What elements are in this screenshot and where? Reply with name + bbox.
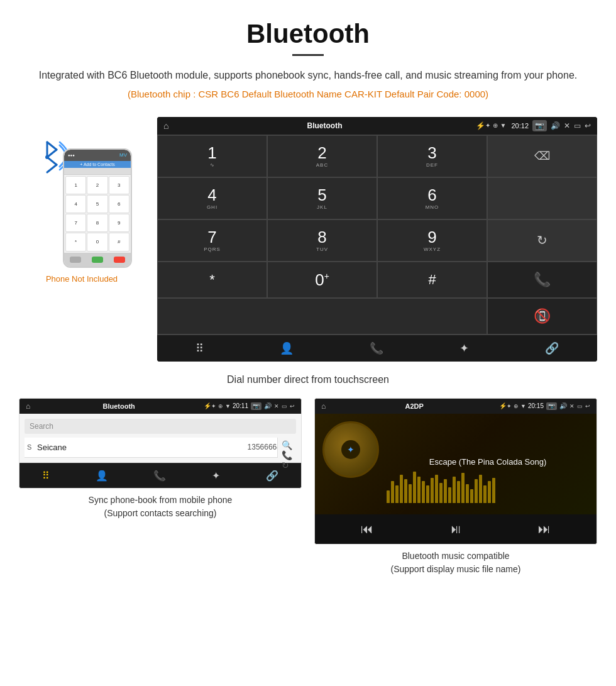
phonebook-search-bar[interactable]: Search bbox=[25, 419, 296, 434]
pb-time: 20:11 bbox=[233, 402, 248, 409]
dial-key-hash[interactable]: # bbox=[377, 262, 487, 298]
music-home-icon[interactable]: ⌂ bbox=[321, 402, 326, 411]
next-button[interactable]: ⏭ bbox=[538, 522, 551, 536]
keypad-nav-icon[interactable]: ⠿ bbox=[195, 341, 204, 355]
pb-vol-icon[interactable]: 🔊 bbox=[264, 402, 272, 409]
pb-bt-icon: ✦ bbox=[211, 403, 216, 409]
usb-icon: ⚡ bbox=[476, 121, 485, 130]
pb-cam-icon[interactable]: 📷 bbox=[251, 402, 261, 410]
location-icon: ⊕ bbox=[493, 122, 498, 129]
page-header: Bluetooth Integrated with BC6 Bluetooth … bbox=[0, 0, 616, 117]
pb-bluetooth-icon[interactable]: ✦ bbox=[212, 470, 220, 482]
music-controls: ⏮ ⏯ ⏭ bbox=[315, 514, 597, 544]
dial-key-4[interactable]: 4 GHI bbox=[157, 177, 267, 219]
page-description: Integrated with BC6 Bluetooth module, su… bbox=[38, 67, 578, 84]
song-title: Escape (The Pina Colada Song) bbox=[387, 457, 589, 467]
music-time: 20:15 bbox=[528, 402, 544, 409]
svg-line-3 bbox=[47, 165, 57, 172]
pb-loc-icon: ⊕ bbox=[218, 403, 223, 409]
dial-key-star[interactable]: * bbox=[157, 262, 267, 298]
dial-key-9[interactable]: 9 WXYZ bbox=[377, 219, 487, 262]
pb-title: Bluetooth bbox=[34, 402, 204, 410]
dial-status-bar: ⌂ Bluetooth ⚡ ✦ ⊕ ▼ 20:12 📷 🔊 ✕ ▭ ↩ bbox=[157, 117, 597, 135]
music-screen: ⌂ A2DP ⚡ ✦ ⊕ ▼ 20:15 📷 🔊 ✕ ▭ ↩ bbox=[314, 398, 597, 545]
bluetooth-nav-icon[interactable]: ✦ bbox=[459, 341, 469, 355]
music-content: ✦ Escape (The Pina Colada Song) bbox=[315, 414, 597, 514]
bluetooth-status-icon: ✦ bbox=[485, 122, 490, 129]
play-pause-button[interactable]: ⏯ bbox=[449, 522, 462, 536]
dial-end-button[interactable]: 📵 bbox=[487, 298, 597, 335]
svg-point-5 bbox=[45, 155, 49, 159]
music-section: ⌂ A2DP ⚡ ✦ ⊕ ▼ 20:15 📷 🔊 ✕ ▭ ↩ bbox=[314, 398, 597, 576]
title-divider bbox=[292, 54, 324, 56]
dial-call-button[interactable]: 📞 bbox=[487, 262, 597, 298]
camera-icon[interactable]: 📷 bbox=[532, 120, 547, 131]
pb-home-icon[interactable]: ⌂ bbox=[26, 402, 30, 411]
dial-key-6[interactable]: 6 MNO bbox=[377, 177, 487, 219]
music-back-icon[interactable]: ↩ bbox=[585, 403, 590, 409]
svg-line-0 bbox=[47, 142, 57, 150]
dial-key-5[interactable]: 5 JKL bbox=[267, 177, 377, 219]
music-info: Escape (The Pina Colada Song) bbox=[387, 421, 589, 507]
contact-letter: S bbox=[27, 443, 37, 451]
phone-nav-icon[interactable]: 📞 bbox=[370, 341, 383, 355]
dial-refresh[interactable]: ↻ bbox=[487, 219, 597, 262]
phone-side-icon[interactable]: 📞 bbox=[282, 450, 292, 460]
pb-close-icon[interactable]: ✕ bbox=[274, 403, 279, 409]
phonebook-bottom-nav: ⠿ 👤 📞 ✦ 🔗 bbox=[19, 463, 301, 488]
pb-keypad-icon[interactable]: ⠿ bbox=[42, 470, 50, 482]
page-title: Bluetooth bbox=[38, 19, 578, 49]
dial-screen-wrapper: ⌂ Bluetooth ⚡ ✦ ⊕ ▼ 20:12 📷 🔊 ✕ ▭ ↩ bbox=[157, 117, 597, 362]
contacts-nav-icon[interactable]: 👤 bbox=[280, 341, 294, 355]
prev-button[interactable]: ⏮ bbox=[361, 522, 373, 536]
phone-not-included-label: Phone Not Included bbox=[46, 274, 118, 284]
search-side-icon[interactable]: 🔍 bbox=[282, 440, 292, 450]
pb-phone-icon[interactable]: 📞 bbox=[153, 470, 166, 482]
equalizer bbox=[387, 472, 589, 503]
dial-key-3[interactable]: 3 DEF bbox=[377, 135, 487, 177]
music-wifi-icon: ▼ bbox=[520, 403, 526, 409]
window-icon[interactable]: ▭ bbox=[574, 121, 581, 130]
bluetooth-phone-graphic: ●●● MV + Add to Contacts 123 456 789 *0# bbox=[31, 130, 132, 268]
music-caption: Bluetooth music compatible (Support disp… bbox=[391, 550, 521, 576]
pb-contacts-icon[interactable]: 👤 bbox=[96, 470, 108, 482]
music-bt-icon: ✦ bbox=[507, 403, 512, 409]
dial-keypad-grid: 1 ∿ 2 ABC 3 DEF ⌫ 4 GHI bbox=[157, 135, 597, 335]
dial-key-1[interactable]: 1 ∿ bbox=[157, 135, 267, 177]
volume-icon[interactable]: 🔊 bbox=[551, 121, 560, 130]
back-icon[interactable]: ↩ bbox=[585, 121, 591, 130]
pb-win-icon[interactable]: ▭ bbox=[282, 403, 287, 409]
pb-link-icon[interactable]: 🔗 bbox=[266, 470, 278, 482]
link-nav-icon[interactable]: 🔗 bbox=[545, 341, 559, 355]
dial-bottom-nav: ⠿ 👤 📞 ✦ 🔗 bbox=[157, 335, 597, 362]
phone-mockup: ●●● MV + Add to Contacts 123 456 789 *0# bbox=[63, 148, 132, 268]
pb-back-icon[interactable]: ↩ bbox=[290, 403, 295, 409]
phone-section: ●●● MV + Add to Contacts 123 456 789 *0# bbox=[19, 117, 145, 284]
phonebook-screen: ⌂ Bluetooth ⚡ ✦ ⊕ ▼ 20:11 📷 🔊 ✕ ▭ ↩ bbox=[19, 398, 302, 489]
dial-key-0[interactable]: 0+ bbox=[267, 262, 377, 298]
dial-caption: Dial number direct from touchscreen bbox=[0, 368, 616, 396]
music-title: A2DP bbox=[329, 402, 499, 410]
dial-key-7[interactable]: 7 PQRS bbox=[157, 219, 267, 262]
music-cam-icon[interactable]: 📷 bbox=[546, 402, 557, 410]
music-win-icon[interactable]: ▭ bbox=[577, 403, 583, 409]
home-icon[interactable]: ⌂ bbox=[163, 121, 168, 131]
contact-row: S Seicane 13566664466 bbox=[25, 438, 296, 458]
pb-wifi-icon: ▼ bbox=[225, 403, 231, 409]
close-icon[interactable]: ✕ bbox=[564, 121, 570, 130]
music-close-icon[interactable]: ✕ bbox=[569, 403, 575, 409]
status-time: 20:12 bbox=[511, 122, 529, 130]
phonebook-status-bar: ⌂ Bluetooth ⚡ ✦ ⊕ ▼ 20:11 📷 🔊 ✕ ▭ ↩ bbox=[19, 399, 301, 414]
phonebook-section: ⌂ Bluetooth ⚡ ✦ ⊕ ▼ 20:11 📷 🔊 ✕ ▭ ↩ bbox=[19, 398, 302, 576]
page-specs: (Bluetooth chip : CSR BC6 Default Blueto… bbox=[38, 89, 578, 99]
refresh-side-icon[interactable]: ↻ bbox=[282, 460, 292, 470]
dial-key-8[interactable]: 8 TUV bbox=[267, 219, 377, 262]
music-vol-icon[interactable]: 🔊 bbox=[559, 402, 567, 409]
contact-name: Seicane bbox=[37, 443, 248, 452]
bottom-screenshots: ⌂ Bluetooth ⚡ ✦ ⊕ ▼ 20:11 📷 🔊 ✕ ▭ ↩ bbox=[0, 398, 616, 576]
album-bluetooth-icon: ✦ bbox=[347, 445, 355, 455]
music-usb-icon: ⚡ bbox=[499, 402, 507, 409]
phonebook-content: Search S Seicane 13566664466 🔍 📞 ↻ bbox=[19, 414, 301, 463]
dial-key-2[interactable]: 2 ABC bbox=[267, 135, 377, 177]
dial-backspace[interactable]: ⌫ bbox=[487, 135, 597, 177]
